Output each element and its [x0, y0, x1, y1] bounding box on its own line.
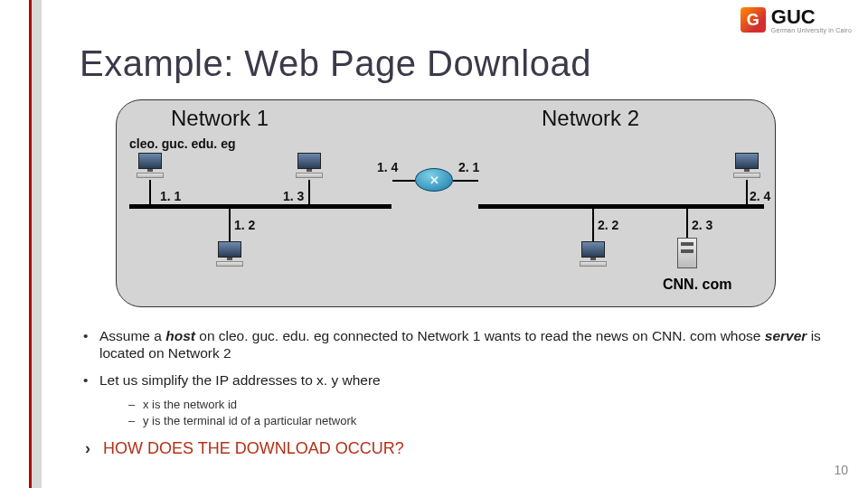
logo-mark-letter: G [747, 11, 760, 30]
ip-router-left: 1. 4 [377, 160, 398, 174]
network2-label: Network 2 [542, 106, 639, 131]
page-number: 10 [834, 463, 848, 477]
b1-server-word: server [765, 328, 807, 343]
host2-label: CNN. com [663, 277, 731, 293]
pc-icon [214, 241, 245, 268]
logo-subtitle: German University in Cairo [771, 27, 852, 33]
link-left [392, 180, 415, 182]
drop-2-3 [686, 209, 688, 238]
logo-text: GUC German University in Cairo [771, 7, 852, 33]
logo-acronym: GUC [771, 7, 852, 27]
link-right [453, 180, 478, 182]
left-accent-bar [29, 0, 42, 488]
ip-router-right: 2. 1 [458, 160, 479, 174]
pc-icon [294, 153, 325, 180]
logo: G GUC German University in Cairo [741, 7, 852, 33]
drop-2-4 [746, 180, 748, 204]
ip-1-2: 1. 2 [234, 218, 255, 232]
server-icon [677, 238, 697, 268]
router-x: ✕ [416, 169, 452, 191]
router-icon: ✕ [415, 168, 453, 192]
bus-net2 [478, 204, 764, 209]
ip-2-2: 2. 2 [598, 218, 618, 232]
bus-net1 [129, 204, 392, 209]
ip-2-4: 2. 4 [750, 189, 770, 203]
logo-mark: G [741, 7, 766, 33]
bullet-1: Assume a host on cleo. guc. edu. eg conn… [80, 327, 821, 362]
drop-1-3 [308, 180, 310, 204]
subbullet-2: y is the terminal id of a particular net… [80, 414, 821, 428]
subbullet-1: x is the network id [80, 398, 821, 412]
ip-1-1: 1. 1 [160, 189, 181, 203]
b1-part-b: on cleo. guc. edu. eg connected to Netwo… [195, 328, 765, 343]
ip-1-3: 1. 3 [283, 189, 304, 203]
drop-1-2 [229, 209, 231, 241]
drop-1-1 [149, 180, 151, 204]
pc-icon [578, 241, 609, 268]
bullet-2: Let us simplify the IP addresses to x. y… [80, 371, 821, 389]
host1-label: cleo. guc. edu. eg [129, 136, 235, 151]
network-diagram: Network 1 Network 2 cleo. guc. edu. eg ✕… [116, 99, 776, 307]
pc-icon [135, 153, 165, 180]
b1-host-word: host [165, 328, 195, 343]
ip-2-3: 2. 3 [692, 218, 712, 232]
b1-part-a: Assume a [99, 328, 165, 343]
slide-title: Example: Web Page Download [80, 43, 591, 84]
pc-icon [731, 153, 762, 180]
drop-2-2 [592, 209, 594, 241]
network1-label: Network 1 [171, 106, 269, 131]
bullet-content: Assume a host on cleo. guc. edu. eg conn… [80, 327, 821, 458]
question-line: HOW DOES THE DOWNLOAD OCCUR? [80, 438, 821, 459]
